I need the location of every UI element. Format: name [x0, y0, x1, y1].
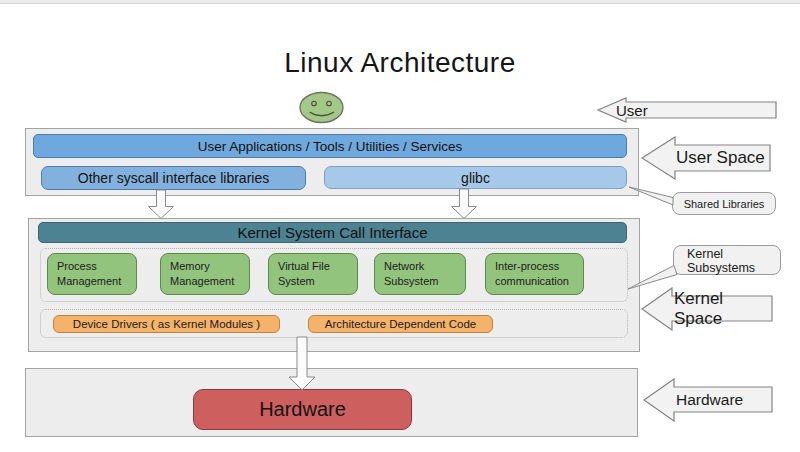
top-edge-strip: [0, 0, 800, 4]
virtual-file-system-label: Virtual File System: [278, 259, 353, 289]
diagram-title: Linux Architecture: [0, 47, 800, 79]
user-pointer-arrow: User: [597, 97, 777, 123]
shared-libraries-callout: Shared Libraries: [672, 192, 776, 215]
user-space-arrow-label: User Space: [641, 136, 771, 180]
process-management-box: Process Management: [47, 253, 137, 295]
smiley-user-icon: [298, 91, 346, 125]
kernel-space-arrow-label: Kernel Space: [641, 287, 773, 331]
hardware-box: Hardware: [193, 389, 412, 430]
hardware-arrow-label: Hardware: [643, 378, 773, 422]
kernel-syscall-interface-bar: Kernel System Call Interface: [38, 222, 627, 243]
kernel-space-pointer-arrow: Kernel Space: [641, 287, 773, 331]
inter-process-communication-box: Inter-process communication: [485, 253, 584, 295]
other-syscall-libraries-box: Other syscall interface libraries: [41, 166, 306, 190]
device-drivers-label: Device Drivers ( as Kernel Modules ): [73, 318, 260, 330]
glibc-box: glibc: [324, 166, 627, 189]
user-applications-bar: User Applications / Tools / Utilities / …: [33, 134, 627, 158]
user-arrow-label: User: [597, 97, 777, 123]
hardware-box-label: Hardware: [259, 398, 346, 421]
network-subsystem-label: Network Subsystem: [384, 259, 461, 289]
user-space-pointer-arrow: User Space: [641, 136, 771, 180]
memory-management-label: Memory Management: [170, 259, 245, 289]
memory-management-box: Memory Management: [160, 253, 250, 295]
user-applications-label: User Applications / Tools / Utilities / …: [198, 139, 463, 154]
device-drivers-box: Device Drivers ( as Kernel Modules ): [53, 315, 280, 333]
kernel-subsystems-text-line1: Kernel: [687, 247, 780, 261]
kernel-subsystems-callout: Kernel Subsystems: [673, 245, 781, 275]
linux-architecture-diagram: Linux Architecture User Applications / T…: [0, 0, 800, 452]
inter-process-communication-label: Inter-process communication: [495, 259, 579, 289]
process-management-label: Process Management: [57, 259, 132, 289]
kernel-subsystems-text-line2: Subsystems: [687, 261, 780, 275]
hardware-pointer-arrow: Hardware: [643, 378, 773, 422]
shared-libraries-text: Shared Libraries: [684, 198, 765, 210]
architecture-dependent-code-label: Architecture Dependent Code: [325, 318, 477, 330]
virtual-file-system-box: Virtual File System: [268, 253, 358, 295]
architecture-dependent-code-box: Architecture Dependent Code: [308, 315, 493, 333]
glibc-label: glibc: [461, 170, 490, 186]
kernel-syscall-interface-label: Kernel System Call Interface: [237, 224, 427, 241]
network-subsystem-box: Network Subsystem: [374, 253, 466, 295]
other-syscall-libraries-label: Other syscall interface libraries: [78, 170, 269, 186]
